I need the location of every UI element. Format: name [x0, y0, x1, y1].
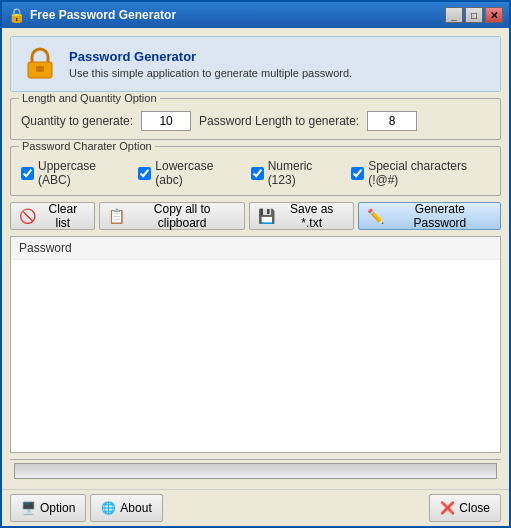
svg-rect-1: [36, 66, 44, 72]
numeric-option[interactable]: Numeric (123): [251, 159, 338, 187]
minimize-button[interactable]: _: [445, 7, 463, 23]
title-bar-left: 🔒 Free Password Generator: [8, 7, 176, 23]
close-label: Close: [459, 501, 490, 515]
password-list-header: Password: [11, 237, 500, 260]
lowercase-label: Lowercase (abc): [155, 159, 236, 187]
lowercase-checkbox[interactable]: [138, 167, 151, 180]
lock-icon: [21, 45, 59, 83]
length-label: Password Length to generate:: [199, 114, 359, 128]
char-option-title: Password Charater Option: [19, 140, 155, 152]
option-icon: 🖥️: [21, 501, 36, 515]
copy-label: Copy all to clipboard: [129, 202, 236, 230]
window-controls: _ □ ✕: [445, 7, 503, 23]
quantity-row: Quantity to generate: Password Length to…: [21, 111, 490, 131]
uppercase-checkbox[interactable]: [21, 167, 34, 180]
header-title: Password Generator: [69, 49, 352, 64]
save-icon: 💾: [258, 208, 275, 224]
uppercase-option[interactable]: Uppercase (ABC): [21, 159, 124, 187]
special-label: Special characters (!@#): [368, 159, 490, 187]
about-icon: 🌐: [101, 501, 116, 515]
header-text: Password Generator Use this simple appli…: [69, 49, 352, 79]
char-options: Uppercase (ABC) Lowercase (abc) Numeric …: [21, 159, 490, 187]
save-label: Save as *.txt: [279, 202, 345, 230]
clear-icon: 🚫: [19, 208, 36, 224]
quantity-label: Quantity to generate:: [21, 114, 133, 128]
bottom-left-buttons: 🖥️ Option 🌐 About: [10, 494, 163, 522]
status-bar-inner: [14, 463, 497, 479]
numeric-checkbox[interactable]: [251, 167, 264, 180]
bottom-bar: 🖥️ Option 🌐 About ❌ Close: [2, 489, 509, 526]
clear-button[interactable]: 🚫 Clear list: [10, 202, 95, 230]
generate-icon: ✏️: [367, 208, 384, 224]
special-option[interactable]: Special characters (!@#): [351, 159, 490, 187]
quantity-input[interactable]: [141, 111, 191, 131]
clear-label: Clear list: [40, 202, 86, 230]
length-quantity-group: Length and Quantity Option Quantity to g…: [10, 98, 501, 140]
password-list-body[interactable]: [11, 260, 500, 452]
special-checkbox[interactable]: [351, 167, 364, 180]
numeric-label: Numeric (123): [268, 159, 338, 187]
status-bar: [10, 459, 501, 481]
maximize-button[interactable]: □: [465, 7, 483, 23]
title-bar: 🔒 Free Password Generator _ □ ✕: [2, 2, 509, 28]
close-button[interactable]: ❌ Close: [429, 494, 501, 522]
window-title: Free Password Generator: [30, 8, 176, 22]
main-window: 🔒 Free Password Generator _ □ ✕ Password…: [0, 0, 511, 528]
length-quantity-title: Length and Quantity Option: [19, 92, 160, 104]
lowercase-option[interactable]: Lowercase (abc): [138, 159, 236, 187]
uppercase-label: Uppercase (ABC): [38, 159, 124, 187]
password-list-container: Password: [10, 236, 501, 453]
header-section: Password Generator Use this simple appli…: [10, 36, 501, 92]
about-button[interactable]: 🌐 About: [90, 494, 162, 522]
close-icon: ❌: [440, 501, 455, 515]
about-label: About: [120, 501, 151, 515]
char-option-group: Password Charater Option Uppercase (ABC)…: [10, 146, 501, 196]
copy-button[interactable]: 📋 Copy all to clipboard: [99, 202, 245, 230]
generate-button[interactable]: ✏️ Generate Password: [358, 202, 501, 230]
toolbar: 🚫 Clear list 📋 Copy all to clipboard 💾 S…: [10, 202, 501, 230]
length-input[interactable]: [367, 111, 417, 131]
save-button[interactable]: 💾 Save as *.txt: [249, 202, 354, 230]
content-area: Password Generator Use this simple appli…: [2, 28, 509, 489]
window-close-button[interactable]: ✕: [485, 7, 503, 23]
copy-icon: 📋: [108, 208, 125, 224]
app-icon: 🔒: [8, 7, 24, 23]
header-subtitle: Use this simple application to generate …: [69, 67, 352, 79]
option-button[interactable]: 🖥️ Option: [10, 494, 86, 522]
option-label: Option: [40, 501, 75, 515]
generate-label: Generate Password: [388, 202, 492, 230]
